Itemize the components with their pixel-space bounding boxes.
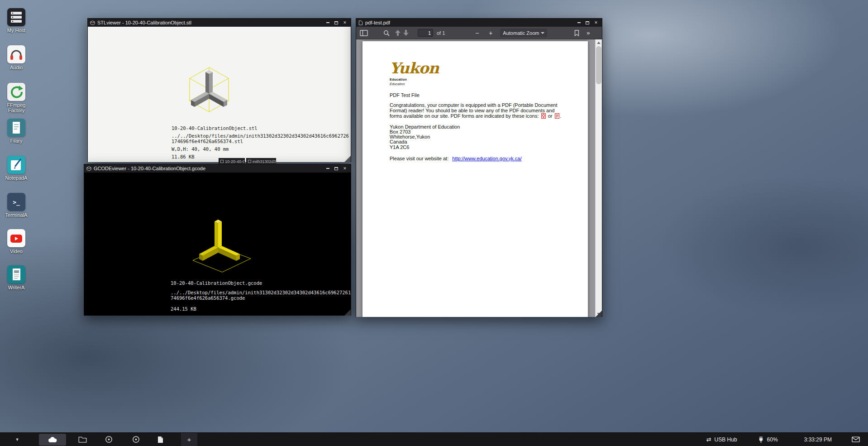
clock[interactable]: 3:33:29 PM <box>804 436 832 443</box>
website-line: Please visit our website at: http://www.… <box>390 156 562 161</box>
maximize-icon <box>334 167 338 170</box>
resize-grip[interactable] <box>344 309 351 316</box>
pdf-content-area[interactable]: Yukon Education Éducation PDF Test File … <box>356 39 602 317</box>
chevron-down-icon <box>541 32 544 34</box>
desktop-icon-video[interactable]: Video <box>0 229 33 254</box>
terminal-prompt-glyph: >_ <box>13 199 20 206</box>
taskbar-pdf-button[interactable] <box>151 433 169 446</box>
desktop-icon-label: Video <box>0 249 33 254</box>
taskbar-cloud-button[interactable] <box>39 434 66 446</box>
minimize-button[interactable] <box>324 166 331 172</box>
desktop-icon-ffmpeg-factory[interactable]: FFmpeg Factory <box>0 83 33 113</box>
desktop-icon-writera[interactable]: WriterA <box>0 265 33 290</box>
desktop-icon-my-host[interactable]: My Host <box>0 8 33 33</box>
desktop-icon-label: Filary <box>0 138 33 144</box>
sidebar-toggle-button[interactable] <box>360 30 368 36</box>
document-app-icon <box>358 20 363 25</box>
close-button[interactable]: ✕ <box>341 20 348 26</box>
zoom-in-button[interactable]: + <box>487 29 494 37</box>
gcode-titlebar[interactable]: GCODEviewer - 10-20-40-CalibrationObject… <box>84 164 351 173</box>
minimize-button[interactable] <box>324 20 331 26</box>
fragment-title: 10-20-40-Ca <box>225 159 245 164</box>
mail-indicator[interactable] <box>852 436 860 442</box>
desktop-icon-audio[interactable]: Audio <box>0 45 33 70</box>
battery-percent-label: 60% <box>767 436 778 443</box>
scroll-up-arrow[interactable] <box>596 39 602 46</box>
zoom-out-button[interactable]: − <box>474 29 480 37</box>
document-paragraph: Congratulations, your computer is equipp… <box>390 103 563 119</box>
arrow-up-icon <box>395 30 401 36</box>
document-icon <box>157 436 163 443</box>
stl-titlebar[interactable]: STLviewer - 10-20-40-CalibrationObject.s… <box>88 19 351 27</box>
bookmark-icon <box>574 30 579 36</box>
arrow-down-icon <box>403 30 409 36</box>
close-button[interactable]: ✕ <box>592 20 600 26</box>
taskbar-files-button[interactable] <box>73 433 91 446</box>
desktop-icon-filary[interactable]: Filary <box>0 119 33 144</box>
minimize-icon <box>326 22 329 23</box>
next-page-button[interactable] <box>403 30 409 36</box>
maximize-button[interactable] <box>584 20 591 26</box>
search-icon <box>383 30 390 36</box>
website-link[interactable]: http://www.education.gov.yk.ca/ <box>452 156 521 161</box>
maximize-icon <box>586 21 589 24</box>
resize-grip[interactable] <box>344 156 351 162</box>
minimize-icon <box>577 22 581 23</box>
caret-down-icon: ▾ <box>16 436 19 442</box>
desktop-icon-notepada[interactable]: NotepadA <box>0 156 33 181</box>
previous-page-button[interactable] <box>395 30 401 36</box>
usb-hub-status[interactable]: ⇄ USB Hub <box>706 436 737 443</box>
desktop-icon-label: FFmpeg Factory <box>0 102 33 113</box>
minimize-icon <box>326 168 329 169</box>
taskbar-gcodeviewer-button[interactable] <box>127 433 145 446</box>
clock-label: 3:33:29 PM <box>804 436 832 443</box>
close-button[interactable]: ✕ <box>341 166 348 172</box>
paragraph-period: . <box>560 113 562 119</box>
gcode-viewport[interactable]: 10-20-40-CalibrationObject.gcode ../../D… <box>84 173 351 316</box>
writera-icon <box>7 265 25 283</box>
toolbar-more-button[interactable]: » <box>587 29 590 36</box>
triangle-up-icon <box>597 42 601 44</box>
taskbar: ▾ <box>0 432 868 446</box>
window-glyph-icon <box>220 160 224 163</box>
maximize-button[interactable] <box>333 166 340 172</box>
resize-grip[interactable] <box>596 311 602 317</box>
pdf-page: Yukon Education Éducation PDF Test File … <box>362 41 588 317</box>
search-button[interactable] <box>383 30 390 36</box>
sidebar-toggle-icon <box>360 30 368 36</box>
gcode-filename: 10-20-40-CalibrationObject.gcode <box>171 280 351 286</box>
maximize-button[interactable] <box>333 20 340 26</box>
website-label: Please visit our website at: <box>390 156 448 161</box>
usb-arrows-icon: ⇄ <box>706 436 711 443</box>
taskbar-menu-button[interactable]: ▾ <box>9 433 25 446</box>
terminala-icon: >_ <box>7 193 25 211</box>
address-line: Whitehorse,Yukon <box>390 134 562 139</box>
fragment-title: inith31302d3 <box>253 159 276 164</box>
taskbar-status-area: ⇄ USB Hub 60% 3:33:29 PM <box>706 436 868 443</box>
close-icon: ✕ <box>343 167 347 171</box>
pdf-toolbar: of 1 − + Automatic Zoom » <box>356 27 602 39</box>
pdf-viewer-window: pdf-test.pdf ✕ <box>356 18 602 317</box>
desktop-icon-terminala[interactable]: >_ TerminalA <box>0 193 33 218</box>
logo-subtitle-en: Education <box>390 77 562 82</box>
minimize-button[interactable] <box>575 20 582 26</box>
close-icon: ✕ <box>594 21 598 25</box>
scrollbar[interactable] <box>595 39 602 317</box>
notepada-icon <box>7 156 25 174</box>
gcode-file-info: 10-20-40-CalibrationObject.gcode ../../D… <box>171 280 351 312</box>
folder-icon <box>78 436 87 443</box>
my-host-icon <box>7 8 25 26</box>
spool-icon <box>105 436 113 443</box>
pdf-titlebar[interactable]: pdf-test.pdf ✕ <box>356 19 602 27</box>
cube-app-icon <box>86 166 91 171</box>
taskbar-stlviewer-button[interactable] <box>100 433 118 446</box>
bookmark-button[interactable] <box>574 30 579 36</box>
page-number-input[interactable] <box>418 29 433 37</box>
scrollbar-thumb[interactable] <box>596 46 601 84</box>
audio-icon <box>7 45 25 63</box>
address-block: Yukon Department of Education Box 2703 W… <box>390 125 562 150</box>
stl-viewport[interactable]: 10-20-40-CalibrationObject.stl ../../Des… <box>88 27 351 162</box>
battery-status[interactable]: 60% <box>758 436 778 443</box>
taskbar-new-button[interactable]: + <box>181 433 197 446</box>
zoom-select[interactable]: Automatic Zoom <box>500 29 547 37</box>
